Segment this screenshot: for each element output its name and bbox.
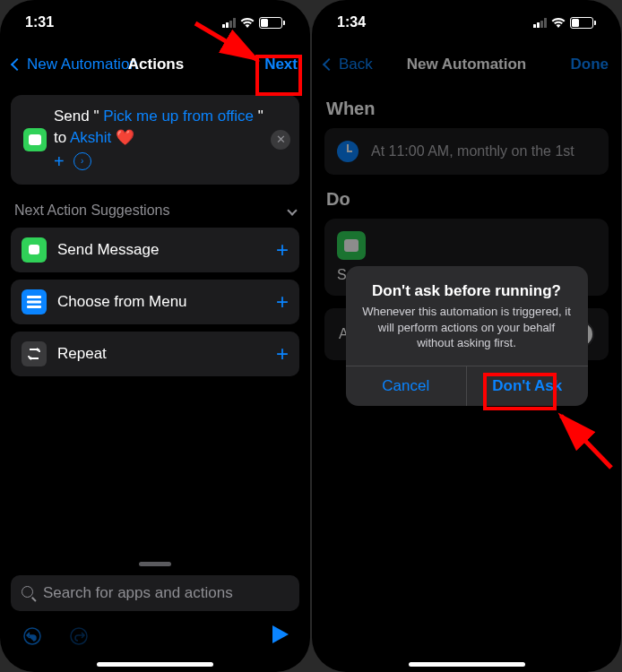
heart-icon: ❤️ <box>116 129 134 146</box>
status-bar: 1:31 33 <box>0 0 310 45</box>
chevron-left-icon <box>11 58 23 71</box>
bottom-toolbar <box>0 616 310 656</box>
search-placeholder: Search for apps and actions <box>43 584 233 602</box>
redo-button[interactable] <box>68 625 90 647</box>
undo-button[interactable] <box>22 625 43 647</box>
add-suggestion-button[interactable]: + <box>276 341 289 366</box>
cellular-icon <box>222 18 236 28</box>
content-area: Send " Pick me up from office " to Akshi… <box>0 84 310 394</box>
left-phone-screen: 1:31 33 New Automation Actions Next Send… <box>0 0 310 672</box>
right-phone-screen: 1:34 32 Back New Automation Done When At… <box>312 0 621 672</box>
battery-icon: 33 <box>259 17 285 29</box>
send-message-action-card[interactable]: Send " Pick me up from office " to Akshi… <box>11 95 299 185</box>
suggestion-repeat[interactable]: Repeat + <box>11 332 299 376</box>
svg-rect-0 <box>27 296 41 298</box>
add-suggestion-button[interactable]: + <box>276 289 289 314</box>
cancel-button[interactable]: Cancel <box>346 366 468 406</box>
messages-app-icon <box>22 237 47 263</box>
recipient-token[interactable]: Akshit <box>70 129 111 146</box>
repeat-icon <box>22 341 47 366</box>
suggestion-choose-menu[interactable]: Choose from Menu + <box>11 280 299 324</box>
suggestions-header[interactable]: Next Action Suggestions <box>11 185 299 228</box>
dont-ask-button[interactable]: Don't Ask <box>467 366 588 406</box>
wifi-icon <box>240 17 255 28</box>
dialog-title: Don't ask before running? <box>360 282 574 300</box>
suggestions-title: Next Action Suggestions <box>14 202 169 219</box>
nav-title: Actions <box>128 56 184 73</box>
back-label: New Automation <box>27 56 138 73</box>
next-button[interactable]: Next <box>264 56 298 73</box>
modal-overlay: Don't ask before running? Whenever this … <box>312 0 621 672</box>
dialog-message: Whenever this automation is triggered, i… <box>360 304 574 351</box>
message-content-token[interactable]: Pick me up from office <box>103 108 254 125</box>
search-input[interactable]: Search for apps and actions <box>11 575 299 611</box>
home-indicator[interactable] <box>97 662 213 667</box>
suggestion-send-message[interactable]: Send Message + <box>11 228 299 272</box>
status-indicators: 33 <box>222 17 285 29</box>
svg-rect-2 <box>27 306 41 308</box>
remove-action-button[interactable]: ✕ <box>271 130 290 150</box>
add-variable-button[interactable]: + <box>54 149 65 174</box>
back-button[interactable]: New Automation <box>13 56 138 73</box>
run-button[interactable] <box>272 625 289 648</box>
sheet-grabber[interactable] <box>139 562 171 566</box>
chevron-down-icon <box>287 205 297 215</box>
svg-point-4 <box>71 628 87 644</box>
messages-app-icon <box>23 128 47 151</box>
confirmation-dialog: Don't ask before running? Whenever this … <box>346 266 588 406</box>
search-icon <box>22 586 36 600</box>
svg-rect-1 <box>27 300 41 303</box>
search-area: Search for apps and actions <box>11 562 299 611</box>
status-time: 1:31 <box>25 14 222 30</box>
navigation-bar: New Automation Actions Next <box>0 45 310 84</box>
action-text: Send " Pick me up from office " to Akshi… <box>54 106 263 174</box>
add-suggestion-button[interactable]: + <box>276 237 289 263</box>
menu-icon <box>22 289 47 314</box>
expand-action-button[interactable]: › <box>73 152 91 170</box>
